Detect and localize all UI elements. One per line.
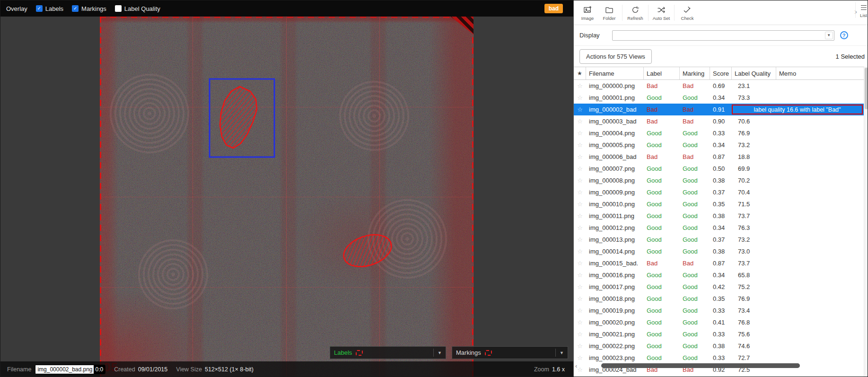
favorite-star-icon[interactable]: ☆: [574, 130, 586, 137]
cell-marking: Good: [680, 319, 710, 326]
table-row[interactable]: ☆ img_000020.png Good Good 0.41 76.8: [574, 316, 864, 328]
table-row[interactable]: ☆ img_000022.png Good Good 0.38 74.6: [574, 340, 864, 352]
favorite-star-icon[interactable]: ☆: [574, 224, 586, 231]
table-row[interactable]: ☆ img_000014.png Good Good 0.38 73.0: [574, 245, 864, 257]
table-row[interactable]: ☆ img_000002_bad Bad Bad 0.91 label qual…: [574, 104, 864, 115]
table-row[interactable]: ☆ img_000003_bad Bad Bad 0.90 70.6: [574, 115, 864, 127]
table-row[interactable]: ☆ img_000023.png Good Good 0.33 72.7: [574, 352, 864, 364]
cell-score: 0.38: [710, 177, 732, 184]
chevron-down-icon[interactable]: ▼: [555, 349, 564, 357]
favorite-star-icon[interactable]: ☆: [574, 94, 586, 101]
favorite-star-icon[interactable]: ☆: [574, 189, 586, 196]
table-row[interactable]: ☆ img_000019.png Good Good 0.33 73.4: [574, 305, 864, 316]
favorite-star-icon[interactable]: ☆: [574, 354, 586, 361]
vertical-scrollbar-thumb[interactable]: [865, 68, 868, 109]
table-row[interactable]: ☆ img_000009.png Good Good 0.37 70.4: [574, 186, 864, 198]
overlay-checkbox[interactable]: ✓: [72, 5, 79, 12]
table-row[interactable]: ☆ img_000010.png Good Good 0.35 71.5: [574, 198, 864, 210]
overlay-option-markings[interactable]: ✓ Markings: [72, 5, 106, 12]
marking-polygon[interactable]: [220, 87, 257, 148]
table-row[interactable]: ☆ img_000018.png Good Good 0.35 76.9: [574, 293, 864, 305]
table-row[interactable]: ☆ img_000001.png Good Good 0.34 73.3: [574, 92, 864, 104]
toolbar-separator: [648, 5, 649, 21]
cell-score: 0.91: [710, 106, 732, 113]
scroll-left-chevron-icon[interactable]: ‹: [575, 362, 577, 369]
table-row[interactable]: ☆ img_000007.png Good Good 0.50 69.9: [574, 163, 864, 175]
cell-label: Good: [644, 130, 680, 137]
overlay-option-label-quality[interactable]: ✓ Label Quality: [115, 5, 160, 12]
table-row[interactable]: ☆ img_000013.png Good Good 0.37 73.2: [574, 234, 864, 245]
cell-score: 0.38: [710, 248, 732, 255]
header-filename[interactable]: Filename: [586, 67, 644, 79]
favorite-star-icon[interactable]: ☆: [574, 260, 586, 267]
header-memo[interactable]: Memo: [776, 67, 868, 79]
cell-filename: img_000006_bad: [586, 153, 644, 160]
header-score[interactable]: Score: [710, 67, 732, 79]
header-label-quality[interactable]: Label Quality: [732, 67, 776, 79]
labels-overlay-dropdown[interactable]: Labels ▼: [330, 346, 446, 359]
table-row[interactable]: ☆ img_000005.png Good Good 0.34 73.2: [574, 139, 864, 151]
table-row[interactable]: ☆ img_000017.png Good Good 0.42 75.2: [574, 281, 864, 293]
table-row[interactable]: ☆ img_000000.png Bad Bad 0.69 23.1: [574, 80, 864, 92]
star-header-icon[interactable]: ★: [574, 67, 586, 79]
cell-score: 0.50: [710, 165, 732, 172]
table-row[interactable]: ☆ img_000016.png Good Good 0.34 65.8: [574, 269, 864, 281]
favorite-star-icon[interactable]: ☆: [574, 236, 586, 243]
favorite-star-icon[interactable]: ☆: [574, 319, 586, 326]
check-button[interactable]: Check: [676, 4, 698, 21]
display-filter-dropdown[interactable]: ▼: [612, 30, 834, 41]
overlay-checkbox[interactable]: ✓: [36, 5, 43, 12]
header-label[interactable]: Label: [644, 67, 680, 79]
favorite-star-icon[interactable]: ☆: [574, 82, 586, 89]
chevron-down-icon[interactable]: ▼: [433, 349, 442, 357]
favorite-star-icon[interactable]: ☆: [574, 331, 586, 338]
header-marking[interactable]: Marking: [680, 67, 710, 79]
favorite-star-icon[interactable]: ☆: [574, 106, 586, 113]
cell-marking: Bad: [680, 106, 710, 113]
list-view-button[interactable]: List: [855, 2, 868, 18]
dashed-region-icon: [485, 350, 492, 356]
favorite-star-icon[interactable]: ☆: [574, 141, 586, 149]
table-row[interactable]: ☆ img_000011.png Good Good 0.38 73.7: [574, 210, 864, 222]
panel-toolbar: Image Folder Refresh A: [574, 0, 868, 25]
favorite-star-icon[interactable]: ☆: [574, 153, 586, 160]
favorite-star-icon[interactable]: ☆: [574, 118, 586, 125]
actions-button[interactable]: Actions for 575 Views: [579, 49, 652, 64]
favorite-star-icon[interactable]: ☆: [574, 165, 586, 172]
table-row[interactable]: ☆ img_000008.png Good Good 0.38 70.2: [574, 175, 864, 186]
help-icon[interactable]: ?: [840, 31, 848, 39]
cell-marking: Good: [680, 331, 710, 338]
list-icon: [859, 3, 868, 12]
table-row[interactable]: ☆ img_000006_bad Bad Bad 0.87 18.8: [574, 151, 864, 163]
overlay-option-labels[interactable]: ✓ Labels: [36, 5, 63, 12]
favorite-star-icon[interactable]: ☆: [574, 272, 586, 279]
image-button[interactable]: Image: [577, 4, 598, 21]
favorite-star-icon[interactable]: ☆: [574, 248, 586, 255]
table-row[interactable]: ☆ img_000015_bad. Bad Bad 0.87 73.7: [574, 257, 864, 269]
image-canvas[interactable]: 05: [100, 17, 473, 377]
refresh-button[interactable]: Refresh: [624, 4, 646, 21]
favorite-star-icon[interactable]: ☆: [574, 177, 586, 184]
table-row[interactable]: ☆ img_000021.png Good Good 0.33 75.6: [574, 328, 864, 340]
favorite-star-icon[interactable]: ☆: [574, 342, 586, 350]
favorite-star-icon[interactable]: ☆: [574, 201, 586, 208]
cell-label: Bad: [644, 82, 680, 89]
horizontal-scrollbar-thumb[interactable]: [601, 363, 800, 368]
table-row[interactable]: ☆ img_000012.png Good Good 0.34 76.3: [574, 222, 864, 234]
table-row[interactable]: ☆ img_000004.png Good Good 0.33 76.9: [574, 127, 864, 139]
auto-set-button[interactable]: Auto Set: [650, 4, 672, 21]
folder-button[interactable]: Folder: [598, 4, 620, 21]
favorite-star-icon[interactable]: ☆: [574, 295, 586, 302]
marking-ellipse[interactable]: [340, 229, 395, 272]
favorite-star-icon[interactable]: ☆: [574, 307, 586, 314]
markings-overlay-dropdown[interactable]: Markings ▼: [452, 346, 568, 359]
favorite-star-icon[interactable]: ☆: [574, 283, 586, 290]
chevron-down-icon[interactable]: ▼: [825, 32, 833, 39]
cell-marking: Good: [680, 165, 710, 172]
favorite-star-icon[interactable]: ☆: [574, 212, 586, 219]
vertical-scrollbar[interactable]: [864, 67, 868, 377]
overlay-checkbox[interactable]: ✓: [115, 5, 122, 12]
toolbar-item-label: Image: [581, 16, 594, 21]
filename-input[interactable]: img_000002_bad.png 0:0: [35, 365, 105, 374]
check-icon: ✓: [37, 6, 41, 11]
